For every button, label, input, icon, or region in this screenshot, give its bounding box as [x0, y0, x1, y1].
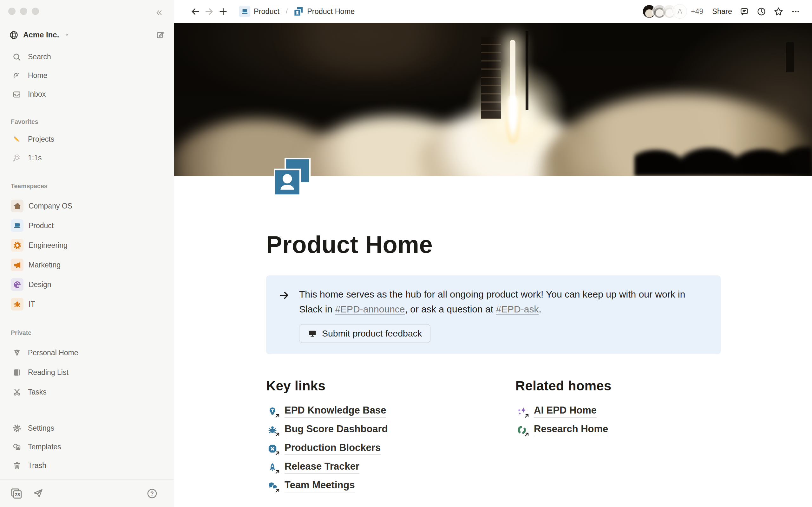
- sidebar-item-inbox[interactable]: Inbox: [4, 85, 170, 104]
- page-link-epd-knowledge-base[interactable]: EPD Knowledge Base: [266, 402, 386, 420]
- sidebar-item-label: IT: [29, 300, 35, 308]
- sidebar-item-it[interactable]: IT: [4, 294, 170, 314]
- cover-mast: [525, 31, 528, 110]
- key-links-list: EPD Knowledge Base Bug Score Dashboard: [266, 402, 485, 495]
- back-arrow-icon[interactable]: [188, 4, 202, 18]
- sidebar-item-design[interactable]: Design: [4, 275, 170, 294]
- sidebar-item-projects[interactable]: Projects: [4, 130, 170, 149]
- plus-icon[interactable]: [216, 4, 230, 18]
- pizza-icon: [11, 347, 23, 359]
- paper-plane-icon[interactable]: [32, 488, 44, 499]
- page-link-production-blockers[interactable]: Production Blockers: [266, 439, 380, 458]
- page-link-ai-epd-home[interactable]: AI EPD Home: [515, 402, 597, 420]
- avatar-stack[interactable]: A: [642, 4, 687, 19]
- sidebar-item-tasks[interactable]: Tasks: [4, 382, 170, 402]
- sidebar-item-trash[interactable]: Trash: [4, 456, 170, 475]
- sidebar-item-label: Inbox: [28, 90, 46, 99]
- calendar-icon[interactable]: 28: [10, 487, 23, 500]
- cover-launch-tower: [481, 37, 501, 119]
- main-area: Product / Product Home A +49 Share: [174, 0, 812, 507]
- history-clock-icon[interactable]: [754, 4, 768, 18]
- cover-image[interactable]: [174, 23, 812, 176]
- sidebar-item-label: Product: [29, 222, 54, 230]
- sidebar-item-label: Trash: [28, 461, 46, 470]
- collapse-sidebar-icon[interactable]: [152, 6, 165, 19]
- topbar: Product / Product Home A +49 Share: [174, 0, 812, 23]
- sidebar-item-settings[interactable]: Settings: [4, 419, 170, 438]
- sidebar-item-label: Tasks: [28, 388, 47, 396]
- sidebar-item-home[interactable]: Home: [4, 66, 170, 85]
- sidebar-item-reading-list[interactable]: Reading List: [4, 362, 170, 382]
- page-link-label: Bug Score Dashboard: [285, 424, 388, 436]
- slack-epd-ask-link[interactable]: #EPD-ask: [496, 304, 539, 314]
- sidebar-item-personal-home[interactable]: Personal Home: [4, 343, 170, 362]
- breadcrumb-item-product-home[interactable]: Product Home: [292, 5, 357, 17]
- palette-icon: [11, 278, 23, 291]
- callout-text-segment: .: [539, 304, 541, 314]
- breadcrumb-item-product[interactable]: Product: [236, 4, 282, 18]
- sidebar-item-label: 1:1s: [28, 154, 42, 162]
- close-window-button[interactable]: [8, 8, 15, 15]
- page-link-label: AI EPD Home: [534, 405, 597, 418]
- avatar-overflow-count[interactable]: +49: [691, 7, 703, 16]
- page-link-research-home[interactable]: Research Home: [515, 420, 608, 439]
- sidebar-item-product[interactable]: Product: [4, 216, 170, 235]
- minimize-window-button[interactable]: [20, 8, 27, 15]
- breadcrumb-separator: /: [286, 7, 288, 15]
- callout-content: This home serves as the hub for all ongo…: [299, 287, 702, 343]
- sidebar-item-search[interactable]: Search: [4, 48, 170, 66]
- related-homes-column: Related homes AI EPD Home: [515, 378, 721, 495]
- more-ellipsis-icon[interactable]: [789, 4, 803, 18]
- workspace-switcher[interactable]: Acme Inc.: [6, 26, 168, 43]
- blocker-link-icon: [266, 442, 279, 455]
- sidebar-item-label: Search: [28, 53, 51, 61]
- zoom-window-button[interactable]: [32, 8, 39, 15]
- section-label-favorites[interactable]: Favorites: [11, 118, 174, 125]
- sidebar-item-label: Settings: [28, 424, 54, 433]
- compose-icon[interactable]: [156, 31, 165, 40]
- bug-link-icon: [266, 424, 279, 436]
- sidebar-bottom-bar: 28 ?: [0, 480, 174, 507]
- svg-text:?: ?: [150, 490, 154, 497]
- submit-product-feedback-button[interactable]: Submit product feedback: [299, 324, 430, 343]
- notion-app-window: Acme Inc. Search Home: [0, 0, 812, 507]
- page-title[interactable]: Product Home: [266, 231, 721, 258]
- monitor-icon: [308, 329, 317, 338]
- sparkles-link-icon: [515, 405, 528, 418]
- section-label-teamspaces[interactable]: Teamspaces: [11, 182, 174, 190]
- sidebar-item-label: Reading List: [28, 368, 68, 377]
- globe-icon: [9, 30, 19, 40]
- share-button[interactable]: Share: [712, 7, 732, 16]
- favorites-list: Projects 1:1s: [0, 130, 174, 167]
- help-icon[interactable]: ?: [146, 488, 158, 499]
- house-icon: [11, 200, 23, 212]
- cover-trees: [635, 129, 812, 176]
- sidebar: Acme Inc. Search Home: [0, 0, 174, 507]
- slack-epd-announce-link[interactable]: #EPD-announce: [335, 304, 405, 314]
- page-link-team-meetings[interactable]: Team Meetings: [266, 476, 355, 495]
- page-link-label: Production Blockers: [285, 442, 380, 455]
- window-controls: [8, 8, 39, 15]
- sidebar-item-engineering[interactable]: Engineering: [4, 235, 170, 255]
- sidebar-item-label: Personal Home: [28, 349, 78, 357]
- templates-icon: [11, 441, 23, 453]
- page-link-release-tracker[interactable]: Release Tracker: [266, 458, 359, 476]
- sidebar-item-company-os[interactable]: Company OS: [4, 196, 170, 216]
- favorite-star-icon[interactable]: [771, 4, 785, 18]
- sidebar-item-marketing[interactable]: Marketing: [4, 255, 170, 275]
- gear-icon: [11, 239, 23, 251]
- trash-icon: [11, 460, 23, 472]
- thought-bubble-emoji-icon: [11, 152, 23, 164]
- sidebar-item-label: Design: [29, 280, 51, 289]
- comments-icon[interactable]: [737, 4, 751, 18]
- forward-arrow-icon[interactable]: [202, 4, 216, 18]
- page-link-bug-score-dashboard[interactable]: Bug Score Dashboard: [266, 420, 388, 439]
- lightbulb-link-icon: [266, 405, 279, 418]
- sidebar-item-templates[interactable]: Templates: [4, 438, 170, 456]
- section-label-private[interactable]: Private: [11, 329, 174, 337]
- contact-pages-icon[interactable]: [274, 158, 312, 196]
- search-icon: [11, 51, 23, 63]
- sidebar-item-1-1s[interactable]: 1:1s: [4, 149, 170, 167]
- book-icon: [11, 366, 23, 378]
- laptop-icon: [239, 6, 250, 17]
